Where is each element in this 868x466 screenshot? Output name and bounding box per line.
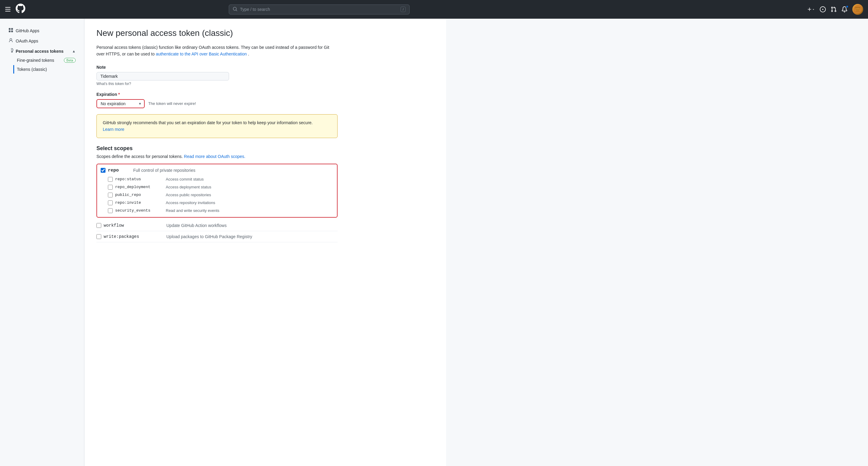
public-repo-desc: Access public repositories bbox=[166, 193, 211, 197]
repo-main-row: repo Full control of private repositorie… bbox=[101, 167, 333, 176]
repo-status-row: repo:status Access commit status bbox=[101, 176, 333, 183]
note-label: Note bbox=[96, 65, 338, 70]
sidebar-item-oauth-apps[interactable]: OAuth Apps bbox=[5, 36, 79, 46]
tokens-classic-label: Tokens (classic) bbox=[17, 67, 47, 72]
oauth-scopes-link[interactable]: Read more about OAuth scopes. bbox=[184, 154, 245, 159]
repo-status-checkbox[interactable] bbox=[108, 177, 113, 182]
sidebar: GitHub Apps OAuth Apps Personal access t… bbox=[0, 19, 84, 466]
svg-rect-4 bbox=[855, 10, 861, 10]
repo-desc: Full control of private repositories bbox=[121, 168, 333, 173]
page-description: Personal access tokens (classic) functio… bbox=[96, 44, 338, 58]
personal-access-tokens-label: Personal access tokens bbox=[16, 49, 64, 54]
repo-status-label: repo:status bbox=[115, 177, 163, 182]
workflow-desc: Update GitHub Action workflows bbox=[166, 223, 227, 228]
api-auth-link[interactable]: authenticate to the API over Basic Authe… bbox=[156, 52, 247, 56]
page-title: New personal access token (classic) bbox=[96, 28, 434, 38]
repo-label: repo bbox=[108, 168, 119, 173]
expiration-row: No expiration 7 days 30 days 60 days 90 … bbox=[96, 99, 338, 108]
expiration-label: Expiration * bbox=[96, 92, 338, 97]
sidebar-item-github-apps[interactable]: GitHub Apps bbox=[5, 26, 79, 36]
pull-requests-icon-button[interactable] bbox=[831, 6, 837, 12]
scopes-title: Select scopes bbox=[96, 145, 338, 152]
workflow-label: workflow bbox=[104, 223, 164, 228]
expiration-select[interactable]: No expiration 7 days 30 days 60 days 90 … bbox=[96, 99, 145, 108]
expiration-hint: The token will never expire! bbox=[148, 101, 196, 106]
navbar-right-icons bbox=[807, 4, 863, 15]
repo-deployment-label: repo_deployment bbox=[115, 185, 163, 189]
personal-access-tokens-group: Personal access tokens ▲ Fine-grained to… bbox=[5, 46, 79, 73]
repo-invite-desc: Access repository invitations bbox=[166, 200, 215, 205]
issues-icon-button[interactable] bbox=[820, 6, 826, 12]
public-repo-label: public_repo bbox=[115, 193, 163, 197]
personal-access-tokens-header[interactable]: Personal access tokens ▲ bbox=[5, 46, 79, 56]
note-field-group: Note What's this token for? bbox=[96, 65, 338, 86]
new-button[interactable] bbox=[807, 7, 815, 12]
write-packages-label: write:packages bbox=[104, 234, 164, 239]
sidebar-item-tokens-classic[interactable]: Tokens (classic) bbox=[13, 65, 79, 73]
warning-box: GitHub strongly recommends that you set … bbox=[96, 114, 338, 138]
key-icon bbox=[8, 48, 13, 54]
note-hint: What's this token for? bbox=[96, 82, 338, 86]
search-icon bbox=[233, 7, 238, 12]
required-indicator: * bbox=[118, 92, 120, 97]
main-content: New personal access token (classic) Pers… bbox=[84, 19, 446, 466]
search-bar[interactable]: Type / to search / bbox=[229, 4, 410, 14]
scopes-description: Scopes define the access for personal to… bbox=[96, 154, 338, 159]
repo-invite-checkbox[interactable] bbox=[108, 200, 113, 205]
expiration-select-wrapper: No expiration 7 days 30 days 60 days 90 … bbox=[96, 99, 145, 108]
repo-invite-row: repo:invite Access repository invitation… bbox=[101, 199, 333, 207]
repo-status-desc: Access commit status bbox=[166, 177, 204, 182]
workflow-row: workflow Update GitHub Action workflows bbox=[96, 220, 338, 231]
avatar[interactable] bbox=[852, 4, 863, 15]
note-input[interactable] bbox=[96, 72, 229, 81]
grid-icon bbox=[8, 28, 13, 34]
github-logo[interactable] bbox=[16, 4, 25, 15]
svg-rect-3 bbox=[856, 9, 860, 9]
notifications-icon-button[interactable] bbox=[841, 6, 847, 12]
write-packages-checkbox[interactable] bbox=[96, 234, 101, 239]
repo-deployment-desc: Access deployment status bbox=[166, 185, 211, 189]
repo-invite-label: repo:invite bbox=[115, 200, 163, 205]
public-repo-checkbox[interactable] bbox=[108, 193, 113, 197]
oauth-apps-label: OAuth Apps bbox=[16, 39, 38, 43]
expiration-group: Expiration * No expiration 7 days 30 day… bbox=[96, 92, 338, 108]
hamburger-button[interactable] bbox=[5, 6, 11, 12]
github-apps-label: GitHub Apps bbox=[16, 28, 39, 33]
repo-checkbox[interactable] bbox=[101, 168, 105, 173]
notification-badge bbox=[846, 5, 849, 8]
repo-deployment-row: repo_deployment Access deployment status bbox=[101, 183, 333, 191]
security-events-row: security_events Read and write security … bbox=[101, 207, 333, 215]
sidebar-item-fine-grained-tokens[interactable]: Fine-grained tokens Beta bbox=[13, 56, 79, 64]
security-events-desc: Read and write security events bbox=[166, 208, 219, 213]
public-repo-row: public_repo Access public repositories bbox=[101, 191, 333, 199]
navbar: Type / to search / bbox=[0, 0, 868, 19]
search-kbd: / bbox=[401, 7, 406, 12]
beta-badge: Beta bbox=[64, 58, 76, 63]
workflow-checkbox[interactable] bbox=[96, 223, 101, 228]
svg-rect-2 bbox=[856, 8, 859, 8]
token-form: Note What's this token for? Expiration *… bbox=[96, 65, 338, 242]
fine-grained-label: Fine-grained tokens bbox=[17, 58, 54, 63]
write-packages-desc: Upload packages to GitHub Package Regist… bbox=[166, 234, 252, 239]
write-packages-row: write:packages Upload packages to GitHub… bbox=[96, 231, 338, 242]
person-icon bbox=[8, 38, 13, 44]
learn-more-link[interactable]: Learn more bbox=[103, 127, 124, 132]
security-events-checkbox[interactable] bbox=[108, 208, 113, 213]
chevron-up-icon: ▲ bbox=[72, 49, 76, 53]
svg-rect-5 bbox=[856, 10, 859, 11]
security-events-label: security_events bbox=[115, 208, 163, 213]
search-placeholder: Type / to search bbox=[240, 7, 270, 12]
personal-access-tokens-sub-items: Fine-grained tokens Beta Tokens (classic… bbox=[5, 56, 79, 73]
repo-scope-group: repo Full control of private repositorie… bbox=[96, 164, 338, 218]
repo-deployment-checkbox[interactable] bbox=[108, 185, 113, 190]
svg-rect-1 bbox=[855, 7, 861, 7]
